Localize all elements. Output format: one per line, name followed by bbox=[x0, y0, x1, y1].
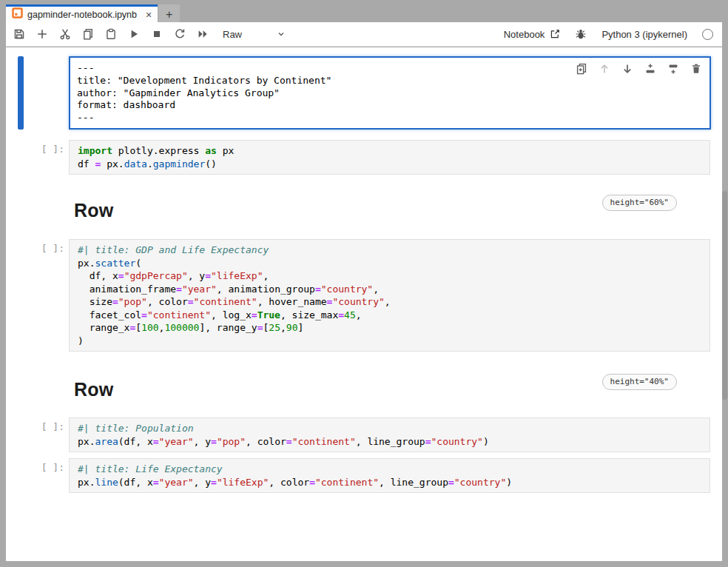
toolbar-right: Notebook Python 3 (ipykernel) bbox=[504, 28, 713, 40]
notebook-tools-label: Notebook bbox=[504, 29, 545, 40]
cell-type-dropdown[interactable]: Raw bbox=[223, 29, 286, 40]
code-cell-line[interactable]: #| title: Life Expectancypx.line(df, x="… bbox=[69, 458, 710, 493]
cell-prompt: [ ]: bbox=[6, 421, 64, 432]
paste-cells-button[interactable] bbox=[102, 25, 120, 43]
notebook-content: ---title: "Development Indicators by Con… bbox=[6, 47, 722, 561]
tab-notebook[interactable]: gapminder-notebook.ipynb × bbox=[6, 4, 158, 22]
code-cell-area[interactable]: #| title: Populationpx.area(df, x="year"… bbox=[69, 417, 710, 452]
notebook-file-icon bbox=[12, 7, 23, 21]
cell-prompt: [ ]: bbox=[6, 462, 64, 473]
interrupt-kernel-button[interactable] bbox=[148, 25, 166, 43]
delete-cell-icon[interactable] bbox=[690, 63, 702, 75]
new-tab-button[interactable]: + bbox=[158, 4, 180, 22]
run-all-button[interactable] bbox=[194, 25, 212, 43]
close-tab-icon[interactable]: × bbox=[146, 10, 152, 20]
cell-metadata-badge-row2: height="40%" bbox=[602, 374, 677, 390]
move-cell-down-icon[interactable] bbox=[621, 63, 633, 75]
insert-cell-below-icon[interactable] bbox=[667, 63, 679, 75]
cell-metadata-badge-row1: height="60%" bbox=[602, 195, 677, 211]
tab-bar: gapminder-notebook.ipynb × + bbox=[6, 4, 722, 22]
app-window: gapminder-notebook.ipynb × + bbox=[0, 0, 728, 567]
code-cell-scatter[interactable]: #| title: GDP and Life Expectancypx.scat… bbox=[69, 239, 710, 352]
cell-type-value: Raw bbox=[223, 29, 242, 40]
cell-prompt: [ ]: bbox=[6, 243, 64, 254]
raw-cell-frontmatter[interactable]: ---title: "Development Indicators by Con… bbox=[69, 56, 711, 130]
tab-title: gapminder-notebook.ipynb bbox=[27, 10, 137, 20]
markdown-heading-row2[interactable]: Row bbox=[74, 378, 113, 400]
duplicate-cell-icon[interactable] bbox=[576, 63, 587, 75]
run-button[interactable] bbox=[125, 25, 143, 43]
kernel-status-icon[interactable] bbox=[702, 29, 713, 40]
save-button[interactable] bbox=[10, 25, 28, 43]
restart-kernel-button[interactable] bbox=[171, 25, 189, 43]
notebook-tools-link[interactable]: Notebook bbox=[504, 29, 561, 40]
chevron-down-icon bbox=[276, 29, 286, 39]
move-cell-up-icon[interactable] bbox=[599, 63, 610, 75]
kernel-name[interactable]: Python 3 (ipykernel) bbox=[601, 29, 687, 40]
markdown-heading-row1[interactable]: Row bbox=[74, 199, 113, 221]
cell-toolbar bbox=[576, 63, 702, 75]
external-link-icon bbox=[550, 29, 560, 39]
insert-cell-above-icon[interactable] bbox=[644, 63, 656, 75]
selected-cell-collapser[interactable] bbox=[18, 56, 24, 130]
insert-cell-button[interactable] bbox=[33, 25, 51, 43]
scrollbar-thumb[interactable] bbox=[722, 191, 727, 400]
notebook-toolbar: Raw Notebook Python 3 (ipykernel) bbox=[6, 22, 722, 47]
cut-cells-button[interactable] bbox=[56, 25, 74, 43]
code-cell-imports[interactable]: import plotly.express as pxdf = px.data.… bbox=[69, 140, 710, 175]
copy-cells-button[interactable] bbox=[79, 25, 97, 43]
debugger-bug-icon[interactable] bbox=[575, 28, 587, 40]
cell-prompt: [ ]: bbox=[6, 144, 64, 155]
